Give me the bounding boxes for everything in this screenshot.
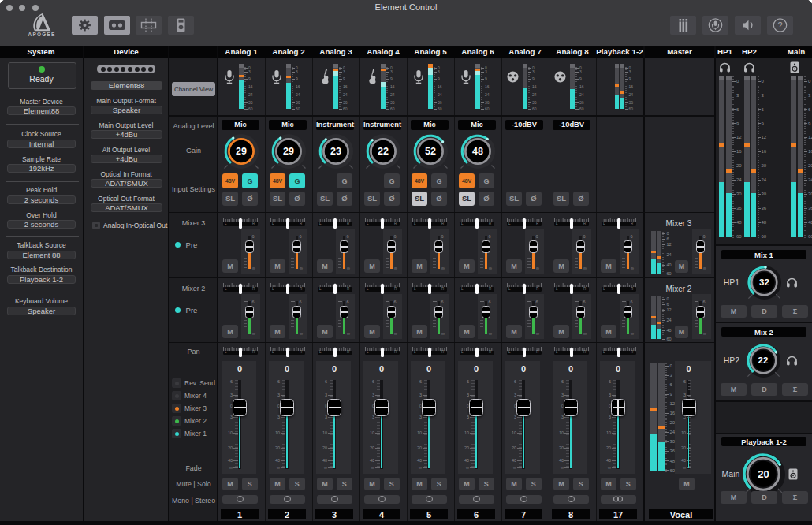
svg-text:?: ? — [777, 20, 782, 30]
